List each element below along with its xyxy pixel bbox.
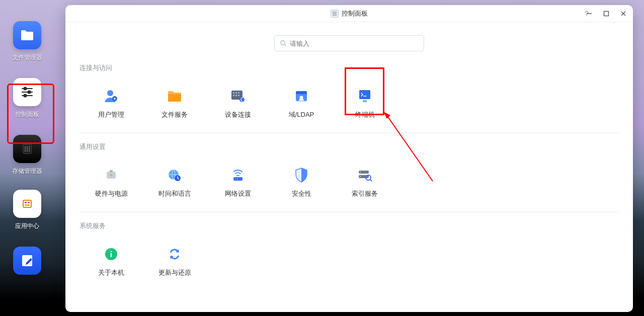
dock-item-file-manager[interactable]: 文件管理器	[7, 21, 47, 62]
dock-item-control-panel[interactable]: 控制面板	[7, 76, 47, 121]
svg-rect-13	[25, 204, 30, 206]
search-box[interactable]	[274, 35, 424, 51]
tile-update-restore[interactable]: 更新与还原	[143, 238, 206, 286]
sliders-icon	[13, 78, 41, 106]
storage-icon	[13, 135, 41, 163]
globe-time-icon	[167, 167, 183, 183]
search-icon	[280, 40, 287, 47]
dock-label: 应用中心	[15, 222, 39, 230]
close-button[interactable]	[618, 8, 629, 19]
svg-point-49	[360, 172, 361, 173]
grid-connect: 用户管理 文件服务 设备连接 域/LDAP	[79, 80, 619, 128]
svg-rect-32	[238, 95, 239, 96]
tile-label: 文件服务	[162, 110, 188, 119]
svg-rect-28	[235, 92, 237, 94]
tile-label: 用户管理	[98, 110, 124, 119]
svg-point-46	[237, 179, 238, 180]
maximize-button[interactable]	[601, 8, 612, 19]
tile-index-service[interactable]: 索引服务	[333, 159, 396, 207]
section-title-connect: 连接与访问	[79, 63, 619, 72]
tile-terminal[interactable]: 终端机	[333, 80, 396, 128]
svg-rect-11	[25, 202, 27, 203]
svg-rect-10	[23, 200, 31, 207]
tile-about[interactable]: 关于本机	[79, 238, 143, 286]
svg-rect-19	[604, 11, 609, 16]
dock-label: 存储管理器	[12, 167, 42, 176]
info-icon	[103, 246, 119, 262]
minimize-button[interactable]	[584, 8, 595, 19]
tile-label: 设备连接	[225, 110, 251, 119]
section-title-general: 通用设置	[79, 142, 619, 151]
tile-label: 硬件与电源	[95, 189, 128, 198]
shield-icon	[293, 167, 309, 183]
tile-user-management[interactable]: 用户管理	[79, 80, 143, 128]
control-panel-window: 控制面板 ? 连接与访问 用户管理	[65, 5, 633, 312]
svg-rect-30	[233, 95, 234, 96]
svg-rect-41	[110, 170, 113, 172]
dock-label: 文件管理器	[12, 53, 42, 62]
search-input[interactable]	[290, 40, 419, 47]
search-row	[65, 22, 633, 62]
window-app-icon	[331, 10, 339, 18]
desktop-dock: 文件管理器 控制面板 存储管理器	[0, 0, 54, 316]
tile-security[interactable]: 安全性	[270, 159, 333, 207]
section-divider	[79, 133, 619, 133]
svg-rect-29	[238, 92, 239, 94]
tile-device-connect[interactable]: 设备连接	[206, 80, 270, 128]
tile-network-settings[interactable]: 网络设置	[206, 159, 270, 207]
svg-point-1	[24, 87, 26, 90]
tile-label: 终端机	[355, 110, 375, 119]
tile-file-services[interactable]: 文件服务	[143, 80, 206, 128]
svg-point-45	[235, 179, 236, 180]
folder-icon	[13, 21, 41, 49]
dock-item-storage-manager[interactable]: 存储管理器	[7, 135, 47, 176]
svg-point-3	[28, 91, 30, 93]
svg-point-50	[360, 176, 361, 177]
server-search-icon	[357, 167, 373, 183]
terminal-icon	[357, 88, 373, 104]
tile-hardware-power[interactable]: 硬件与电源	[79, 159, 143, 207]
svg-rect-31	[235, 95, 237, 96]
user-icon	[103, 88, 119, 104]
section-title-system: 系统服务	[79, 221, 619, 230]
svg-rect-37	[359, 90, 370, 99]
tile-label: 更新与还原	[158, 268, 191, 277]
dock-item-app-center[interactable]: 应用中心	[7, 190, 47, 230]
grid-system: 关于本机 更新与还原	[79, 238, 619, 286]
svg-point-24	[107, 90, 113, 96]
svg-rect-12	[28, 202, 30, 203]
app-store-icon	[13, 190, 41, 218]
svg-point-54	[110, 251, 112, 252]
dock-label: 控制面板	[15, 110, 39, 119]
section-divider	[79, 212, 619, 212]
folder-service-icon	[167, 88, 183, 104]
tile-label: 时间和语言	[158, 189, 191, 198]
svg-line-23	[285, 45, 286, 46]
svg-rect-27	[233, 92, 234, 94]
tile-label: 关于本机	[98, 268, 124, 277]
svg-point-22	[281, 41, 285, 45]
svg-point-5	[24, 94, 26, 97]
tile-label: 安全性	[292, 189, 311, 198]
refresh-icon	[167, 246, 183, 262]
battery-icon	[103, 167, 119, 183]
wifi-router-icon	[230, 167, 246, 183]
svg-rect-39	[363, 100, 367, 102]
tile-domain-ldap[interactable]: 域/LDAP	[270, 80, 333, 128]
tile-label: 索引服务	[352, 189, 378, 198]
tile-label: 域/LDAP	[289, 110, 314, 119]
ldap-icon	[293, 88, 309, 104]
svg-rect-35	[296, 91, 307, 94]
tile-time-language[interactable]: 时间和语言	[143, 159, 206, 207]
tile-label: 网络设置	[225, 189, 251, 198]
titlebar: 控制面板 ?	[65, 5, 633, 22]
notes-icon	[13, 247, 41, 275]
window-title: 控制面板	[342, 9, 368, 18]
grid-general: 硬件与电源 时间和语言 网络设置 安全性	[79, 159, 619, 207]
svg-line-52	[370, 180, 372, 181]
dock-item-notes[interactable]	[7, 247, 47, 275]
device-icon	[230, 88, 246, 104]
content-area: 连接与访问 用户管理 文件服务 设备连接	[65, 62, 633, 291]
svg-rect-55	[111, 253, 112, 257]
